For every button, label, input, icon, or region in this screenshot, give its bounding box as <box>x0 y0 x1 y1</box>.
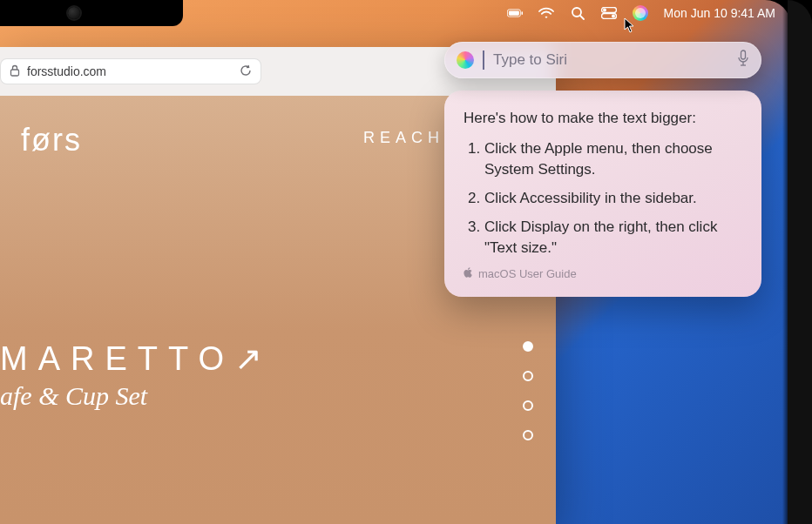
siri-response-heading: Here's how to make the text bigger: <box>464 108 742 130</box>
siri-icon <box>457 51 474 69</box>
spotlight-search-icon[interactable] <box>570 5 585 21</box>
siri-panel: Type to Siri Here's how to make the text… <box>444 42 761 297</box>
svg-point-6 <box>603 9 606 12</box>
svg-point-8 <box>612 15 615 18</box>
siri-input[interactable]: Type to Siri <box>444 42 761 78</box>
siri-step: Click the Apple menu, then choose System… <box>484 138 742 181</box>
carousel-dot[interactable] <box>523 341 533 352</box>
siri-step: Click Accessibility in the sidebar. <box>484 188 742 210</box>
wifi-icon[interactable] <box>538 5 554 21</box>
device-bezel <box>788 0 812 524</box>
siri-source[interactable]: macOS User Guide <box>464 266 742 283</box>
nav-reach-label: REACH <box>363 129 444 146</box>
desktop: Mon Jun 10 9:41 AM forsstudio.com førs R… <box>0 0 791 524</box>
svg-line-4 <box>580 16 584 19</box>
menubar: Mon Jun 10 9:41 AM <box>183 0 791 26</box>
address-bar[interactable]: forsstudio.com <box>0 58 261 84</box>
hero-title-text: MARETTO <box>0 340 234 377</box>
svg-rect-2 <box>521 11 523 15</box>
camera <box>68 7 80 19</box>
microphone-icon[interactable] <box>737 50 749 71</box>
hero-title: MARETTO↗ <box>0 339 273 378</box>
svg-rect-10 <box>741 50 746 59</box>
arrow-up-right-icon: ↗ <box>234 340 273 377</box>
carousel-dot[interactable] <box>523 400 533 411</box>
svg-rect-1 <box>508 10 518 15</box>
siri-placeholder: Type to Siri <box>493 51 728 69</box>
battery-icon[interactable] <box>507 5 523 21</box>
control-center-icon[interactable] <box>601 5 617 21</box>
siri-step: Click Display on the right, then click "… <box>484 217 742 259</box>
apple-logo-icon <box>464 266 473 283</box>
siri-steps-list: Click the Apple menu, then choose System… <box>464 138 742 259</box>
lock-icon <box>10 64 20 79</box>
carousel-dot[interactable] <box>523 371 533 381</box>
reload-icon[interactable] <box>240 64 252 79</box>
carousel-dot[interactable] <box>523 430 533 440</box>
siri-response-card: Here's how to make the text bigger: Clic… <box>444 91 761 297</box>
url-text: forsstudio.com <box>27 64 106 78</box>
clock[interactable]: Mon Jun 10 9:41 AM <box>664 6 775 20</box>
svg-rect-9 <box>11 70 19 76</box>
hero-subtitle: afe & Cup Set <box>0 381 147 411</box>
text-caret <box>483 50 484 70</box>
site-logo[interactable]: førs <box>21 122 82 158</box>
notch <box>0 0 183 26</box>
siri-source-text: macOS User Guide <box>478 266 577 283</box>
mouse-cursor <box>624 17 636 37</box>
carousel-dots <box>523 341 533 440</box>
